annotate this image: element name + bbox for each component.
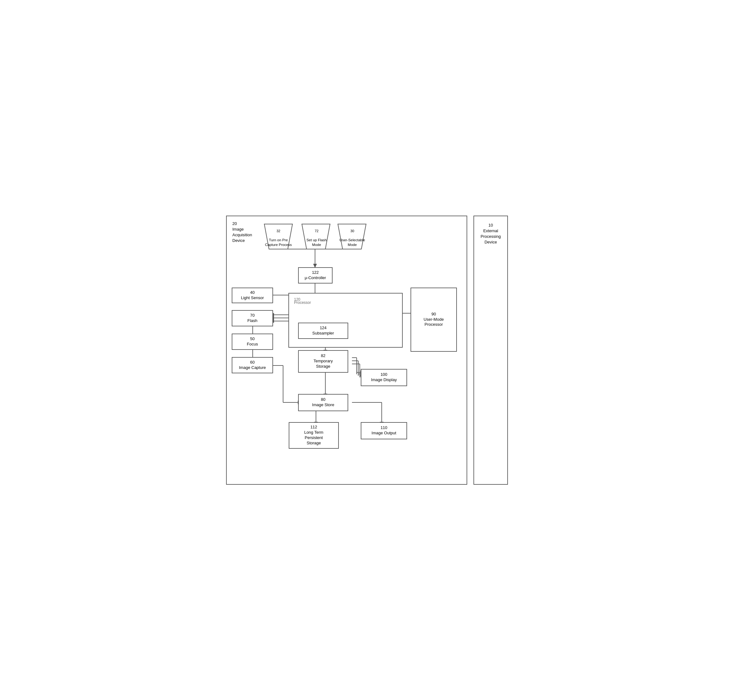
external-label: 10 External Processing Device	[480, 222, 501, 245]
temp-storage-block: 82 Temporary Storage	[298, 350, 348, 373]
external-box: 10 External Processing Device	[473, 216, 508, 485]
flash-mode-label: 72 Set up Flash Mode	[302, 226, 331, 251]
focus-block: 50 Focus	[232, 334, 273, 350]
long-term-block: 112 Long Term Persistent Storage	[289, 422, 339, 449]
turn-on-label: 32 Turn on Pre Capture Process	[264, 226, 292, 251]
image-store-block: 80 Image Store	[298, 394, 348, 411]
subsampler-block: 124 Subsampler	[298, 323, 348, 339]
light-sensor-block: 40 Light Sensor	[232, 288, 273, 303]
image-display-block: 100 Image Display	[361, 369, 407, 386]
ucontroller-block: 122 μ-Controller	[298, 267, 333, 284]
processor-block: 120 Processor	[288, 293, 403, 348]
user-mode-proc-block: 90 User-Mode Processor	[411, 288, 457, 352]
image-output-block: 110 Image Output	[361, 422, 407, 439]
image-capture-block: 60 Image Capture	[232, 357, 273, 373]
image-acq-label: 20 Image Acquisition Device	[232, 221, 252, 244]
flash-block: 70 Flash	[232, 310, 273, 326]
user-sel-label: 30 User-Selectable Mode	[338, 226, 366, 251]
diagram-container: 20 Image Acquisition Device	[226, 216, 508, 485]
main-acquisition-box: 20 Image Acquisition Device	[226, 216, 467, 485]
